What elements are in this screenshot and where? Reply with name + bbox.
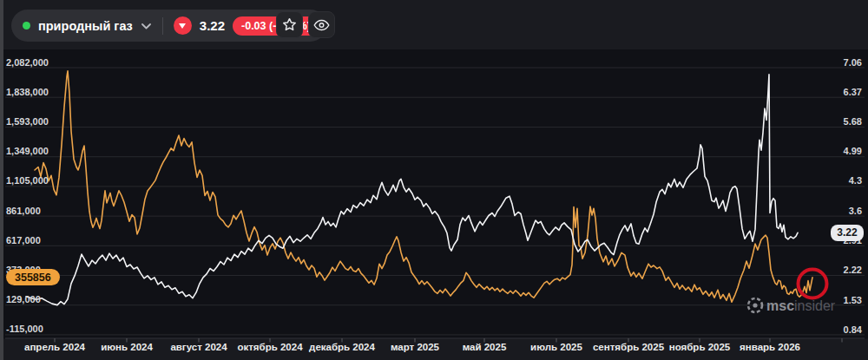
chart-header: природный газ 3.22 -0.03 (-0.98%)	[0, 0, 868, 49]
y-axis-label-right: 0.84	[844, 324, 863, 335]
y-axis-label-left: 1,105,000	[6, 175, 49, 186]
y-axis-label-left: 861,000	[6, 206, 41, 216]
x-axis-label: январь 2026	[740, 342, 800, 352]
y-axis-label-right: 1.53	[844, 295, 862, 305]
watermark-text: mscinsider	[766, 298, 836, 313]
x-axis-label: март 2025	[391, 342, 440, 352]
price-direction-down-icon	[174, 16, 192, 35]
y-axis-label-right: 3.6	[849, 206, 862, 216]
last-price: 3.22	[200, 18, 225, 33]
x-axis-label: июль 2025	[530, 342, 582, 352]
x-axis-label: сентябрь 2025	[593, 342, 665, 352]
x-axis-label: декабрь 2024	[309, 342, 375, 352]
series-lines	[26, 71, 812, 305]
y-axis-label-right: 2.22	[844, 265, 862, 275]
watch-button[interactable]	[308, 11, 335, 38]
x-axis-label: апрель 2024	[24, 342, 86, 352]
orange-series-value-badge: 355856	[6, 269, 60, 285]
y-axis-label-left: 1,838,000	[6, 87, 49, 97]
symbol-name: природный газ	[38, 19, 133, 33]
x-axis-label: август 2024	[170, 342, 227, 352]
y-axis-label-right: 4.99	[844, 146, 862, 156]
y-axis-label-left: 617,000	[6, 235, 41, 245]
white-price-line	[26, 75, 798, 305]
favorite-button[interactable]	[276, 11, 303, 38]
window-edge	[0, 0, 3, 360]
last-price-axis-badge: 3.22	[831, 225, 864, 241]
x-axis-label: октябрь 2024	[237, 342, 303, 352]
star-icon	[282, 17, 297, 32]
y-axis-left-labels: 2,082,0001,838,0001,593,0001,349,0001,10…	[6, 57, 49, 335]
y-axis-label-right: 4.3	[849, 175, 862, 186]
x-axis-labels: апрель 2024июнь 2024август 2024октябрь 2…	[24, 342, 800, 352]
y-axis-right-labels: 7.066.375.684.994.33.62.912.221.530.84	[844, 57, 863, 335]
x-axis-label: май 2025	[463, 342, 507, 352]
y-axis-label-left: 1,593,000	[6, 116, 49, 127]
chevron-down-icon[interactable]	[141, 23, 151, 29]
eye-icon	[313, 19, 330, 31]
y-axis-label-right: 7.06	[844, 57, 862, 68]
chart-canvas[interactable]: mscinsider 2,082,0001,838,0001,593,0001,…	[0, 0, 868, 360]
divider	[162, 17, 163, 35]
watermark: mscinsider	[748, 298, 836, 313]
y-axis-label-right: 6.37	[844, 87, 862, 97]
y-axis-label-left: -115,000	[6, 324, 43, 334]
y-axis-label-right: 5.68	[844, 116, 862, 127]
market-open-dot	[23, 22, 30, 29]
x-axis-label: июнь 2024	[101, 342, 153, 352]
y-axis-label-left: 129,000	[6, 294, 41, 304]
y-axis-label-left: 2,082,000	[6, 57, 49, 68]
y-axis-label-left: 1,349,000	[6, 146, 49, 156]
trading-chart-panel: природный газ 3.22 -0.03 (-0.98%)	[0, 0, 868, 360]
annotation-circle	[799, 270, 827, 298]
x-axis-label: ноябрь 2025	[669, 342, 731, 352]
